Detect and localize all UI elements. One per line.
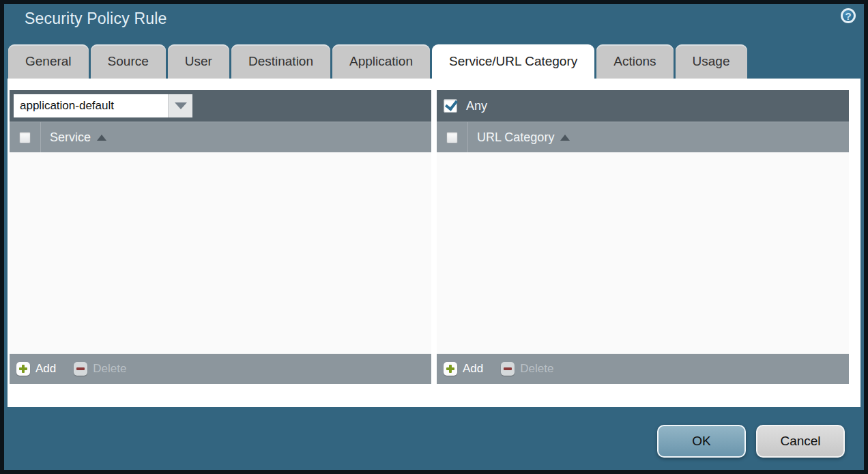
tab-actions[interactable]: Actions [596,44,673,79]
any-row: Any [444,99,487,113]
url-delete-label: Delete [520,362,553,376]
service-checkbox-cell [10,122,41,152]
service-panel: application-default Service Add [10,90,431,384]
help-icon[interactable]: ? [841,8,856,23]
service-delete-button[interactable]: Delete [74,362,126,376]
service-column-header[interactable]: Service [50,130,91,145]
tab-usage[interactable]: Usage [676,44,747,79]
tab-general[interactable]: General [8,44,89,79]
service-table-header: Service [10,122,431,152]
sort-ascending-icon[interactable] [560,135,570,141]
service-select-all-checkbox[interactable] [19,132,31,143]
service-add-label: Add [35,362,56,376]
tab-application[interactable]: Application [332,44,430,79]
content-area: application-default Service Add [8,79,860,407]
url-table-header: URL Category [437,122,849,152]
tab-service-url-category[interactable]: Service/URL Category [432,44,594,81]
url-checkbox-cell [437,122,468,152]
url-select-all-checkbox[interactable] [446,132,458,143]
url-category-list[interactable] [437,152,849,354]
minus-icon [501,362,515,376]
service-panel-footer: Add Delete [10,354,431,384]
sort-ascending-icon[interactable] [97,135,106,141]
minus-icon [74,362,87,376]
url-panel-footer: Add Delete [437,354,849,384]
plus-icon [16,362,30,376]
plus-icon [444,362,457,376]
url-add-label: Add [463,362,483,376]
url-add-button[interactable]: Add [444,362,483,376]
any-label: Any [466,99,487,113]
tab-bar: General Source User Destination Applicat… [8,44,747,79]
any-checkbox[interactable] [444,99,457,113]
service-list[interactable] [10,152,431,354]
ok-button[interactable]: OK [657,425,746,458]
dropdown-button[interactable] [168,94,192,117]
chevron-down-icon [175,102,187,109]
service-add-button[interactable]: Add [16,362,56,376]
service-delete-label: Delete [93,362,126,376]
tab-source[interactable]: Source [91,44,166,79]
cancel-button[interactable]: Cancel [756,425,845,458]
url-delete-button[interactable]: Delete [501,362,553,376]
tab-destination[interactable]: Destination [231,44,330,79]
url-panel-toolbar: Any [437,90,849,122]
service-panel-toolbar: application-default [10,90,431,122]
service-type-dropdown[interactable]: application-default [14,94,192,117]
url-category-column-header[interactable]: URL Category [477,130,554,145]
dialog-title: Security Policy Rule [25,10,167,28]
service-type-value[interactable]: application-default [14,94,168,117]
url-category-panel: Any URL Category Add Delete [437,90,849,384]
tab-user[interactable]: User [168,44,229,79]
